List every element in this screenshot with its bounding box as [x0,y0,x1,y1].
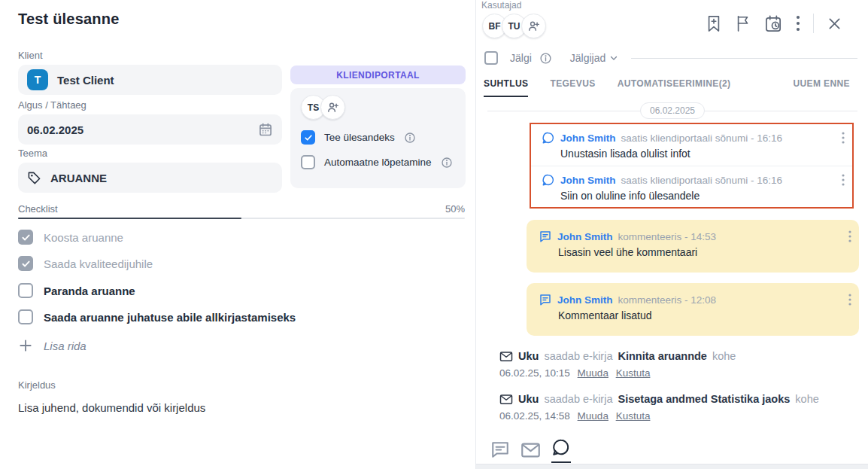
checkbox-unchecked-icon[interactable] [18,283,33,298]
portal-message: John Smith saatis kliendiportaali sõnumi… [531,166,852,207]
follow-label: Jälgi [510,52,532,64]
date-field[interactable]: 06.02.2025 [18,114,282,145]
scheduled-email: Uku saadab e-kirja Kinnita aruannde kohe… [499,350,859,379]
checklist-item-label: Paranda aruanne [44,285,135,297]
comment-meta: kommenteeris - 14:53 [618,231,717,242]
checkbox-unchecked-icon[interactable] [18,309,33,324]
checklist-item-label: Saada aruanne juhatuse abile allkirjasta… [44,311,296,324]
comment-icon [539,230,552,243]
client-label: Klient [18,50,43,61]
checklist-item[interactable]: Saada kvaliteedijuhile [18,256,465,271]
portal-option-row[interactable]: Automaatne lõpetamine [301,155,455,169]
edit-email-link[interactable]: Muuda [578,367,609,379]
checklist-progress-bar [18,218,465,219]
topic-label: Teema [18,148,47,159]
add-portal-user-button[interactable] [320,95,345,120]
calendar-clock-icon[interactable] [764,14,783,33]
more-options-icon[interactable] [842,174,845,186]
client-field[interactable]: T Test Client [18,65,282,95]
checkbox-checked-icon[interactable] [18,230,33,245]
checkbox-checked-icon[interactable] [301,130,315,145]
date-value: 06.02.2025 [27,123,83,136]
followers-label: Jälgijad [570,52,605,64]
page-title: Test ülesanne [18,11,120,28]
add-row-label: Lisa rida [44,340,86,352]
email-action: saadab e-kirja [544,350,612,362]
person-plus-icon [326,101,339,114]
tab-tegevus[interactable]: TEGEVUS [550,78,595,96]
date-divider: 06.02.2025 [487,102,857,119]
info-icon[interactable] [441,157,453,169]
follow-checkbox[interactable] [484,51,498,65]
checklist-item-label: Saada kvaliteedijuhile [44,257,153,270]
portal-option-row[interactable]: Tee ülesandeks [301,130,455,145]
delete-email-link[interactable]: Kustuta [616,367,651,379]
portal-chat-mode-icon[interactable] [551,437,571,463]
info-icon[interactable] [539,52,552,65]
follow-row: Jälgi Jälgijad [484,51,857,65]
email-action: saadab e-kirja [544,393,612,405]
delete-email-link[interactable]: Kustuta [616,410,651,422]
checklist-item-label: Koosta aruanne [44,231,123,244]
users-label: Kasutajad [481,0,521,11]
checkbox-unchecked-icon[interactable] [301,155,315,169]
message-author[interactable]: John Smith [560,175,616,186]
portal-message: John Smith saatis kliendiportaali sõnumi… [531,124,852,166]
checklist-item[interactable]: Paranda aruanne [18,283,465,298]
portal-option-label: Tee ülesandeks [324,132,395,143]
description-label: Kirjeldus [18,379,56,391]
comment-mode-icon[interactable] [490,440,510,463]
add-user-button[interactable] [521,14,546,38]
message-meta: saatis kliendiportaali sõnumi - 16:16 [621,175,783,186]
bookmark-add-icon[interactable] [706,14,722,32]
tab-automatiseerimine[interactable]: AUTOMATISEERIMINE(2) [618,78,731,96]
close-icon[interactable] [827,16,842,32]
client-name: Test Client [57,74,114,87]
envelope-icon [499,394,513,405]
email-when: kohe [795,393,818,405]
more-options-icon[interactable] [796,14,800,32]
more-options-icon[interactable] [848,294,851,306]
add-checklist-row-button[interactable]: Lisa rida [18,338,86,353]
comment-text: Kommentaar lisatud [558,309,850,321]
email-when: kohe [712,350,736,362]
email-subject: Kinnita aruannde [618,350,706,362]
more-options-icon[interactable] [848,230,851,242]
comment-icon [539,293,552,306]
followers-dropdown[interactable]: Jälgijad [570,52,619,64]
users-avatar-stack: BF TU [482,14,546,38]
checklist-item[interactable]: Koosta aruanne [18,230,465,245]
topic-value: ARUANNE [50,172,107,184]
more-options-icon[interactable] [842,132,845,144]
checklist-progress: 50% [445,203,465,215]
envelope-icon [499,351,513,362]
description-text[interactable]: Lisa juhend, dokumendid või kirjeldus [18,401,205,414]
date-divider-pill: 06.02.2025 [640,102,705,119]
flag-icon[interactable] [735,14,751,32]
header-actions [706,14,842,33]
email-mode-icon[interactable] [520,442,541,463]
chat-bubble-icon [542,173,555,187]
comment-meta: kommenteeris - 12:08 [618,294,717,306]
calendar-icon[interactable] [258,122,273,137]
composer-input-edge[interactable] [476,464,868,469]
comment-card: John Smith kommenteeris - 12:08 Kommenta… [527,283,859,336]
tab-suhtlus[interactable]: SUHTLUS [484,78,528,97]
comment-author[interactable]: John Smith [557,231,613,242]
client-portal-badge[interactable]: KLIENDIPORTAAL [290,65,466,84]
message-author[interactable]: John Smith [560,132,616,144]
person-plus-icon [527,20,540,32]
follow-row-line [631,58,857,59]
checklist-label: Checklist [18,203,58,215]
topic-field[interactable]: ARUANNE [18,163,282,193]
plus-icon [18,338,33,353]
comment-author[interactable]: John Smith [557,294,613,306]
edit-email-link[interactable]: Muuda [578,410,609,422]
checklist-item[interactable]: Saada aruanne juhatuse abile allkirjasta… [18,309,465,324]
checkbox-checked-icon[interactable] [18,256,33,271]
client-portal-card: TS Tee ülesandeks Automaatne lõpetamine [290,88,466,188]
checklist-header: Checklist 50% [18,203,465,215]
sort-order-button[interactable]: UUEM ENNE [793,78,850,89]
activity-tabs: SUHTLUS TEGEVUS AUTOMATISEERIMINE(2) UUE… [484,78,850,97]
info-icon[interactable] [404,132,416,144]
